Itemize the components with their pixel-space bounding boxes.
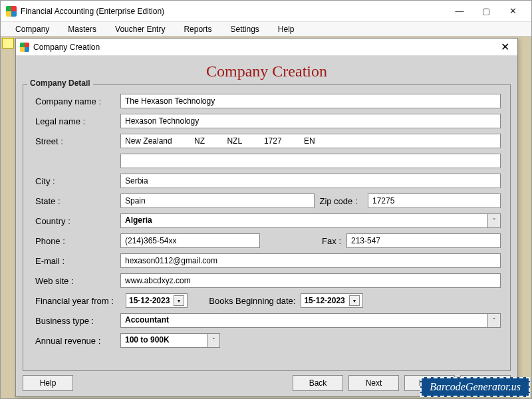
help-button[interactable]: Help — [23, 375, 73, 391]
main-window: Financial Accounting (Enterprise Edition… — [0, 0, 532, 399]
annual-revenue-select[interactable]: 100 to 900K ˅ — [120, 333, 220, 348]
books-date-picker[interactable]: 15-12-2023 ▾ — [301, 293, 362, 308]
books-date-label: Books Beginning date: — [188, 296, 301, 306]
country-value: Algeria — [120, 213, 488, 228]
menu-company[interactable]: Company — [6, 23, 59, 35]
menubar: Company Masters Voucher Entry Reports Se… — [1, 22, 531, 37]
menu-voucher-entry[interactable]: Voucher Entry — [106, 23, 174, 35]
financial-year-value: 15-12-2023 — [129, 296, 170, 305]
fax-label: Fax : — [260, 236, 346, 246]
legal-name-input[interactable] — [120, 114, 501, 128]
zip-input[interactable] — [368, 194, 501, 208]
financial-year-label: Financial year from : — [33, 296, 126, 306]
dialog-body: Company Creation Company Detail Company … — [16, 56, 517, 396]
city-label: City : — [33, 176, 120, 186]
email-input[interactable] — [120, 253, 501, 268]
chevron-down-icon: ˅ — [487, 313, 501, 328]
calendar-icon: ▾ — [349, 295, 360, 306]
maximize-button[interactable]: ▢ — [473, 2, 499, 21]
main-titlebar: Financial Accounting (Enterprise Edition… — [1, 1, 531, 22]
dialog-icon — [20, 43, 29, 52]
window-controls: — ▢ ✕ — [446, 2, 526, 21]
legal-name-label: Legal name : — [33, 116, 120, 126]
books-date-value: 15-12-2023 — [304, 296, 344, 305]
back-button[interactable]: Back — [293, 375, 343, 391]
business-type-select[interactable]: Accountant ˅ — [120, 313, 501, 328]
watermark: BarcodeGenerator.us — [420, 377, 530, 397]
state-input[interactable] — [120, 194, 315, 208]
email-label: E-mail : — [33, 256, 120, 266]
phone-label: Phone : — [33, 236, 120, 246]
company-detail-fieldset: Company Detail Company name : Legal name… — [23, 84, 511, 371]
calendar-icon: ▾ — [174, 295, 184, 306]
street2-input[interactable] — [120, 154, 501, 168]
annual-revenue-value: 100 to 900K — [120, 333, 207, 348]
menu-reports[interactable]: Reports — [174, 23, 221, 35]
annual-revenue-label: Annual revenue : — [33, 336, 120, 346]
form-heading: Company Creation — [23, 60, 511, 84]
business-type-label: Business type : — [33, 316, 120, 326]
financial-year-picker[interactable]: 15-12-2023 ▾ — [126, 293, 188, 308]
app-icon — [6, 6, 17, 17]
menu-help[interactable]: Help — [269, 23, 304, 35]
website-label: Web site : — [33, 276, 120, 286]
street-input[interactable] — [120, 134, 501, 148]
chevron-down-icon: ˅ — [207, 333, 220, 348]
minimize-button[interactable]: — — [446, 2, 473, 21]
next-button[interactable]: Next — [348, 375, 399, 391]
menu-settings[interactable]: Settings — [221, 23, 268, 35]
content-area: Company Creation ✕ Company Creation Comp… — [1, 37, 531, 398]
city-input[interactable] — [120, 174, 501, 188]
state-label: State : — [33, 196, 120, 206]
company-name-input[interactable] — [120, 94, 501, 108]
street-label: Street : — [33, 136, 120, 146]
website-input[interactable] — [120, 273, 501, 288]
note-icon[interactable] — [2, 38, 14, 49]
dialog-title: Company Creation — [33, 43, 496, 52]
close-button[interactable]: ✕ — [499, 2, 526, 21]
main-title: Financial Accounting (Enterprise Edition… — [21, 7, 446, 16]
company-name-label: Company name : — [33, 96, 120, 106]
country-select[interactable]: Algeria ˅ — [120, 213, 501, 228]
dialog-titlebar: Company Creation ✕ — [16, 39, 517, 56]
phone-input[interactable] — [120, 233, 260, 248]
fieldset-legend: Company Detail — [27, 78, 93, 88]
menu-masters[interactable]: Masters — [59, 23, 106, 35]
chevron-down-icon: ˅ — [487, 213, 501, 228]
fax-input[interactable] — [346, 233, 501, 248]
country-label: Country : — [33, 216, 120, 226]
company-creation-dialog: Company Creation ✕ Company Creation Comp… — [15, 38, 518, 397]
dialog-close-button[interactable]: ✕ — [496, 40, 513, 55]
business-type-value: Accountant — [120, 313, 488, 328]
zip-label: Zip code : — [315, 196, 368, 206]
